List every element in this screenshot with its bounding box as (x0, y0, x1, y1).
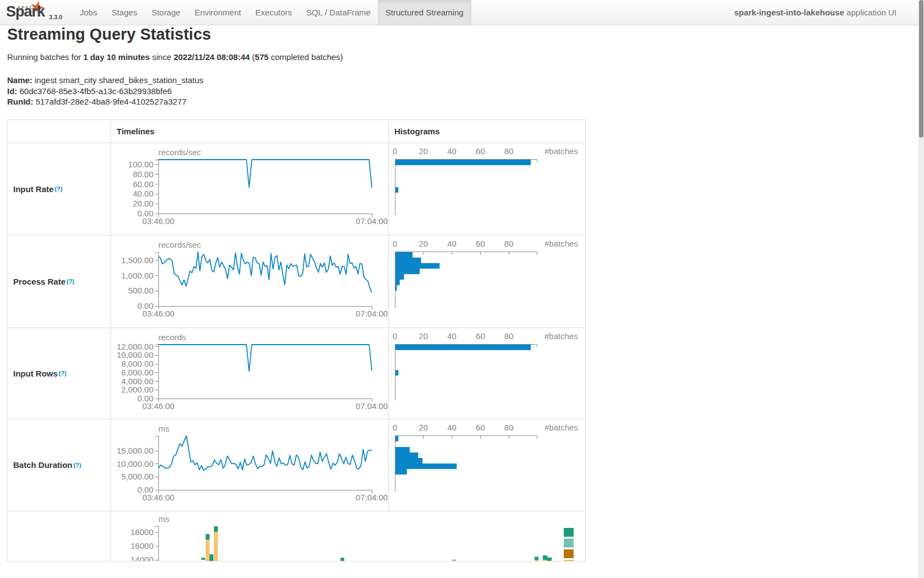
svg-text:07:04:00: 07:04:00 (356, 309, 388, 318)
spark-version: 3.3.0 (49, 14, 62, 20)
svg-text:03:46:00: 03:46:00 (142, 401, 174, 411)
svg-text:0: 0 (393, 331, 397, 341)
process-rate-help-icon[interactable]: (?) (67, 278, 74, 285)
input-rows-histogram-cell: 020406080#batches (388, 328, 585, 419)
batch-duration-help-icon[interactable]: (?) (74, 462, 81, 468)
svg-text:8,000.00: 8,000.00 (122, 359, 153, 368)
svg-text:60: 60 (476, 423, 485, 432)
query-name-line: Name: ingest smart_city shared_bikes_sta… (7, 75, 917, 86)
row-label-operation-duration-cell (8, 511, 111, 561)
svg-text:5,000.00: 5,000.00 (122, 472, 153, 481)
operation-duration-chart: ms180001600014000 (111, 511, 585, 561)
svg-text:03:46:00: 03:46:00 (142, 309, 174, 318)
svg-text:03:46:00: 03:46:00 (142, 216, 174, 226)
svg-text:ms: ms (158, 424, 169, 433)
svg-text:80: 80 (504, 331, 514, 341)
svg-text:records/sec: records/sec (158, 240, 201, 249)
svg-text:0: 0 (393, 239, 397, 248)
svg-text:07:04:00: 07:04:00 (356, 401, 388, 411)
running-batches-summary: Running batches for 1 day 10 minutes sin… (7, 52, 917, 62)
running-duration: 1 day 10 minutes (83, 52, 150, 62)
tab-structured-streaming[interactable]: Structured Streaming (378, 0, 471, 25)
spark-wordmark: Spark (6, 3, 45, 20)
query-id-line: Id: 60dc3768-85e3-4fb5-a13c-63b29938bfe6 (7, 86, 917, 97)
input-rate-histogram-cell: 020406080#batches (388, 143, 585, 235)
process-rate-timeline-cell: records/sec1,500.001,000.00500.000.0003:… (111, 235, 388, 328)
tab-executors[interactable]: Executors (248, 0, 299, 25)
svg-text:1,500.00: 1,500.00 (122, 255, 153, 265)
svg-text:ms: ms (158, 514, 169, 524)
svg-text:18000: 18000 (130, 527, 153, 537)
process-rate-timeline-chart: records/sec1,500.001,000.00500.000.0003:… (111, 236, 388, 328)
header-timelines: Timelines (111, 120, 388, 143)
operation-duration-legend-swatch (564, 528, 574, 537)
batch-duration-timeline-chart: ms15,000.0010,000.005,000.000.0003:46:00… (111, 419, 388, 511)
svg-text:60.00: 60.00 (133, 179, 153, 188)
svg-text:10,000.00: 10,000.00 (117, 459, 153, 468)
process-rate-histogram-cell: 020406080#batches (388, 235, 585, 328)
input-rows-timeline-chart: records12,000.0010,000.008,000.006,000.0… (111, 328, 388, 419)
page-title: Streaming Query Statistics (7, 25, 917, 43)
svg-text:20: 20 (419, 239, 428, 248)
tab-stages[interactable]: Stages (105, 0, 145, 25)
svg-text:#batches: #batches (544, 331, 578, 341)
input-rows-help-icon[interactable]: (?) (59, 370, 67, 377)
svg-text:500.00: 500.00 (128, 286, 153, 295)
svg-text:20: 20 (419, 331, 428, 341)
scrollbar-thumb[interactable] (919, 0, 923, 138)
batch-duration-histogram-cell: 020406080#batches (388, 419, 585, 511)
tab-jobs[interactable]: Jobs (73, 0, 105, 25)
svg-text:records/sec: records/sec (158, 148, 201, 157)
svg-text:80.00: 80.00 (133, 169, 153, 178)
navbar-tabs: JobsStagesStorageEnvironmentExecutorsSQL… (73, 0, 471, 25)
svg-text:40: 40 (447, 239, 457, 248)
tab-storage[interactable]: Storage (144, 0, 188, 25)
application-name: spark-ingest-into-lakehouse (734, 8, 844, 17)
svg-text:80: 80 (504, 146, 514, 156)
batch-duration-histogram-chart: 020406080#batches (389, 419, 585, 511)
process-rate-histogram-chart: 020406080#batches (389, 236, 585, 328)
input-rows-timeline-cell: records12,000.0010,000.008,000.006,000.0… (111, 328, 388, 419)
svg-text:07:04:00: 07:04:00 (356, 216, 388, 226)
svg-text:20.00: 20.00 (133, 199, 153, 208)
svg-text:100.00: 100.00 (128, 159, 153, 168)
svg-text:60: 60 (476, 239, 485, 248)
svg-text:40: 40 (447, 146, 457, 156)
tab-sql-dataframe[interactable]: SQL / DataFrame (299, 0, 378, 25)
svg-text:60: 60 (476, 331, 485, 341)
svg-text:0: 0 (393, 146, 397, 156)
top-navbar: ★ APACHE Spark 3.3.0 JobsStagesStorageEn… (0, 0, 924, 25)
svg-text:1,000.00: 1,000.00 (122, 270, 153, 280)
input-rate-histogram-chart: 020406080#batches (389, 143, 585, 235)
page-scrollbar[interactable] (919, 0, 924, 578)
svg-text:80: 80 (504, 423, 514, 432)
spark-logo[interactable]: ★ APACHE Spark 3.3.0 (0, 0, 73, 25)
completed-batch-count: 575 (255, 52, 268, 62)
svg-text:60: 60 (476, 146, 485, 156)
row-label-batch-duration: Batch Duration(?) (8, 419, 111, 511)
row-label-input-rate: Input Rate(?) (8, 143, 111, 235)
row-label-process-rate: Process Rate(?) (8, 235, 111, 328)
svg-text:40.00: 40.00 (133, 189, 153, 198)
query-metadata: Name: ingest smart_city shared_bikes_sta… (7, 75, 917, 107)
operation-duration-chart-cell: ms180001600014000 (111, 511, 585, 561)
start-time: 2022/11/24 08:08:44 (174, 52, 250, 62)
svg-text:16000: 16000 (130, 541, 153, 550)
svg-text:80: 80 (504, 239, 514, 248)
svg-text:#batches: #batches (544, 146, 578, 156)
svg-text:15,000.00: 15,000.00 (117, 446, 153, 455)
input-rate-help-icon[interactable]: (?) (54, 186, 62, 192)
svg-text:20: 20 (419, 423, 428, 432)
query-runid-line: RunId: 517afd3f-28e2-4ba8-9fe4-4102527a3… (7, 96, 917, 107)
svg-text:#batches: #batches (544, 423, 578, 432)
svg-text:10,000.00: 10,000.00 (117, 350, 153, 359)
header-histograms: Histograms (388, 120, 585, 143)
svg-text:03:46:00: 03:46:00 (142, 493, 174, 502)
operation-duration-legend-swatch (564, 538, 574, 547)
input-rate-timeline-cell: records/sec100.0080.0060.0040.0020.000.0… (111, 143, 388, 235)
header-empty-cell (8, 120, 111, 143)
streaming-stats-table: Timelines Histograms Input Rate(?) recor… (7, 119, 586, 561)
svg-text:records: records (158, 332, 186, 342)
tab-environment[interactable]: Environment (188, 0, 248, 25)
operation-duration-legend-swatch (564, 560, 574, 561)
